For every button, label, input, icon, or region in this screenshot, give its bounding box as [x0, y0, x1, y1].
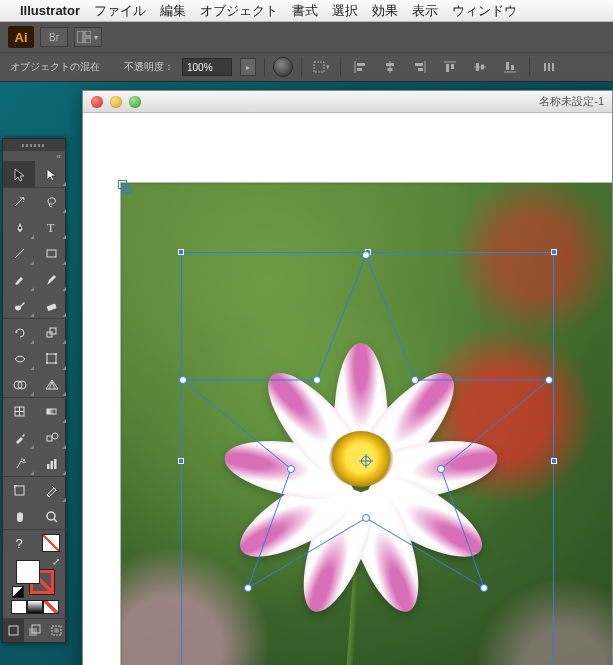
pen-tool[interactable] — [3, 214, 35, 240]
gradient-icon — [44, 404, 59, 419]
menu-view[interactable]: 表示 — [412, 2, 438, 20]
opacity-dropdown-button[interactable]: ▸ — [240, 58, 256, 76]
align-stroke-icon — [312, 60, 326, 74]
draw-normal-button[interactable] — [3, 619, 24, 642]
align-top-button[interactable] — [439, 57, 461, 77]
eraser-icon — [44, 298, 59, 313]
svg-rect-2 — [85, 38, 91, 43]
symbol-sprayer-tool[interactable] — [3, 450, 35, 476]
align-hcenter-button[interactable] — [379, 57, 401, 77]
distribute-button[interactable] — [538, 57, 560, 77]
width-tool[interactable] — [3, 345, 35, 371]
slice-tool[interactable] — [35, 477, 67, 503]
pencil-tool[interactable] — [35, 266, 67, 292]
document-window: 名称未設定-1 — [82, 90, 613, 665]
lasso-tool[interactable] — [35, 188, 67, 214]
help-button[interactable]: ? — [3, 530, 35, 556]
app-bar: Ai Br ▼ — [0, 22, 613, 52]
fill-swatch[interactable] — [16, 560, 40, 584]
svg-point-47 — [23, 459, 25, 461]
svg-rect-9 — [388, 68, 393, 71]
document-titlebar[interactable]: 名称未設定-1 — [83, 91, 612, 113]
app-menu[interactable]: Illustrator — [20, 3, 80, 18]
magic-wand-tool[interactable] — [3, 188, 35, 214]
menu-edit[interactable]: 編集 — [160, 2, 186, 20]
menu-select[interactable]: 選択 — [332, 2, 358, 20]
align-to-selection-button[interactable]: ▾ — [310, 57, 332, 77]
svg-point-46 — [52, 433, 58, 439]
swap-fill-stroke-icon[interactable]: ⤢ — [52, 556, 60, 567]
zoom-tool[interactable] — [35, 503, 67, 529]
svg-rect-23 — [548, 63, 550, 71]
arrange-documents-button[interactable]: ▼ — [74, 27, 102, 47]
svg-rect-15 — [451, 64, 454, 69]
align-left-button[interactable] — [349, 57, 371, 77]
svg-line-56 — [52, 486, 57, 491]
gradient-tool[interactable] — [35, 398, 67, 424]
canvas-area[interactable] — [83, 113, 612, 665]
clip-group-indicator-icon — [118, 180, 132, 194]
svg-rect-6 — [357, 68, 362, 71]
menu-file[interactable]: ファイル — [94, 2, 146, 20]
svg-rect-50 — [47, 464, 50, 469]
zoom-window-button[interactable] — [129, 96, 141, 108]
rectangle-tool[interactable] — [35, 240, 67, 266]
svg-rect-18 — [481, 65, 484, 70]
svg-rect-11 — [415, 63, 423, 66]
menu-type[interactable]: 書式 — [292, 2, 318, 20]
svg-point-48 — [21, 458, 23, 460]
direct-selection-tool[interactable] — [35, 161, 67, 187]
tools-panel: « T?⤢ — [2, 138, 66, 643]
eyedropper-tool[interactable] — [3, 424, 35, 450]
scale-tool[interactable] — [35, 319, 67, 345]
align-vcenter-button[interactable] — [469, 57, 491, 77]
minimize-window-button[interactable] — [110, 96, 122, 108]
window-controls — [91, 96, 141, 108]
column-graph-tool[interactable] — [35, 450, 67, 476]
menu-object[interactable]: オブジェクト — [200, 2, 278, 20]
menu-effect[interactable]: 効果 — [372, 2, 398, 20]
panel-grip[interactable] — [3, 139, 65, 151]
fill-stroke-control[interactable]: ⤢ — [16, 560, 54, 594]
svg-rect-24 — [552, 63, 554, 71]
color-mode-solid[interactable] — [11, 600, 27, 614]
close-window-button[interactable] — [91, 96, 103, 108]
default-fill-stroke-icon[interactable] — [12, 586, 24, 598]
eraser-tool[interactable] — [35, 292, 67, 318]
width-icon — [12, 351, 27, 366]
panel-collapse-button[interactable]: « — [3, 151, 65, 161]
bridge-button[interactable]: Br — [40, 27, 68, 47]
rotate-tool[interactable] — [3, 319, 35, 345]
artboard-tool[interactable] — [3, 477, 35, 503]
artboard[interactable] — [121, 183, 612, 665]
artboard-icon — [12, 483, 27, 498]
selection-tool[interactable] — [3, 161, 35, 187]
svg-point-37 — [46, 362, 48, 364]
menu-window[interactable]: ウィンドウ — [452, 2, 517, 20]
blend-tool[interactable] — [35, 424, 67, 450]
direct-selection-icon — [44, 167, 59, 182]
svg-point-25 — [22, 197, 24, 199]
hand-tool[interactable] — [3, 503, 35, 529]
paintbrush-tool[interactable] — [3, 266, 35, 292]
draw-inside-button[interactable] — [46, 619, 67, 642]
align-right-button[interactable] — [409, 57, 431, 77]
foreground-swatch[interactable] — [35, 530, 67, 556]
opacity-input[interactable]: 100% — [182, 58, 232, 76]
svg-point-57 — [47, 512, 55, 520]
color-mode-gradient[interactable] — [27, 600, 43, 614]
perspective-grid-tool[interactable] — [35, 371, 67, 397]
line-segment-tool[interactable] — [3, 240, 35, 266]
blob-brush-tool[interactable] — [3, 292, 35, 318]
color-mode-none[interactable] — [43, 600, 59, 614]
recolor-artwork-button[interactable] — [273, 57, 293, 77]
svg-rect-31 — [46, 303, 56, 311]
svg-point-63 — [54, 628, 59, 633]
align-bottom-button[interactable] — [499, 57, 521, 77]
mesh-tool[interactable] — [3, 398, 35, 424]
free-transform-tool[interactable] — [35, 345, 67, 371]
draw-behind-button[interactable] — [24, 619, 45, 642]
svg-rect-21 — [511, 65, 514, 70]
type-tool[interactable]: T — [35, 214, 67, 240]
shape-builder-tool[interactable] — [3, 371, 35, 397]
